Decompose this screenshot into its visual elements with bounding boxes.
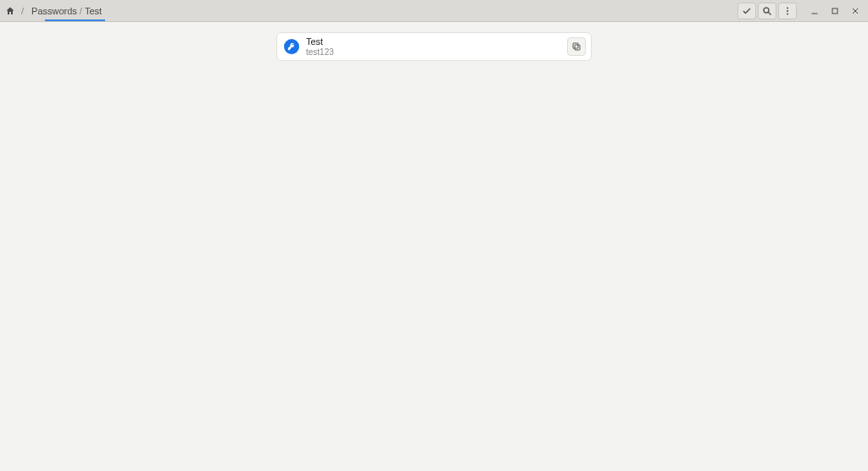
breadcrumb-separator: / (80, 6, 82, 16)
svg-rect-9 (575, 45, 580, 50)
key-icon (284, 39, 299, 54)
search-button[interactable] (758, 3, 776, 19)
password-entry[interactable]: Test test123 (276, 32, 592, 61)
header-actions (737, 0, 868, 21)
window-close-button[interactable] (846, 3, 865, 19)
breadcrumb-root[interactable]: Passwords (31, 6, 77, 16)
svg-line-1 (769, 12, 771, 14)
copy-button[interactable] (567, 37, 586, 56)
breadcrumb: / Passwords / Test (0, 0, 108, 21)
breadcrumb-current: Test (85, 6, 102, 16)
breadcrumb-underline (45, 19, 105, 21)
entry-username: test123 (306, 47, 560, 58)
window-maximize-button[interactable] (826, 3, 844, 19)
content-area: Test test123 (0, 22, 868, 471)
svg-rect-6 (832, 8, 837, 14)
entry-title: Test (306, 36, 560, 47)
headerbar: / Passwords / Test (0, 0, 868, 22)
breadcrumb-separator: / (21, 6, 24, 16)
svg-rect-10 (573, 43, 578, 48)
checkmark-button[interactable] (737, 3, 756, 19)
svg-point-2 (787, 7, 788, 8)
home-icon[interactable] (5, 6, 15, 16)
svg-point-4 (787, 13, 788, 14)
svg-point-0 (764, 8, 769, 13)
svg-point-3 (787, 10, 788, 12)
window-minimize-button[interactable] (805, 3, 824, 19)
entry-text: Test test123 (306, 36, 560, 57)
menu-button[interactable] (778, 3, 797, 19)
